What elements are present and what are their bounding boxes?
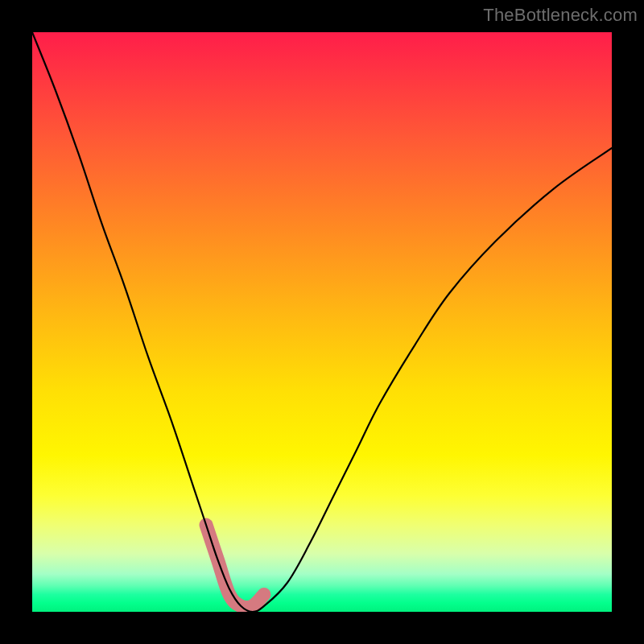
plot-area	[32, 32, 612, 612]
outer-frame: TheBottleneck.com	[0, 0, 644, 644]
bottleneck-curve-line	[32, 32, 612, 612]
chart-svg	[32, 32, 612, 612]
near-zero-highlight	[206, 525, 264, 608]
watermark-text: TheBottleneck.com	[483, 5, 638, 26]
